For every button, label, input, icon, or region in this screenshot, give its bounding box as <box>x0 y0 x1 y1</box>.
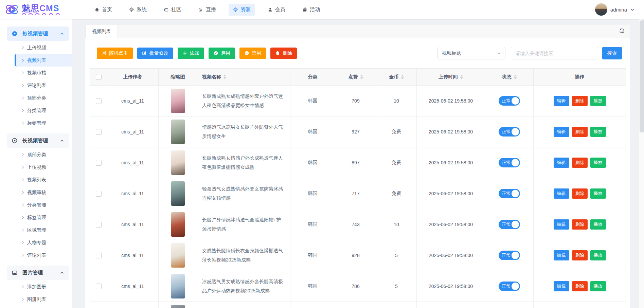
sidebar-item-标签管理[interactable]: 标签管理 <box>0 211 72 224</box>
row-action-播放[interactable]: 播放 <box>590 158 606 168</box>
row-checkbox[interactable] <box>96 284 102 289</box>
select-all-checkbox[interactable] <box>96 74 102 80</box>
nav-item-活动[interactable]: 活动 <box>298 4 324 16</box>
toolbar-button-禁用[interactable]: 禁用 <box>239 48 266 59</box>
sidebar-item-评论列表[interactable]: 评论列表 <box>0 79 72 92</box>
row-action-删除[interactable]: 删除 <box>572 96 588 106</box>
sidebar-section-图片管理[interactable]: 图片管理 <box>7 266 69 280</box>
row-action-编辑[interactable]: 编辑 <box>554 188 569 199</box>
scrollbar-thumb[interactable] <box>640 20 644 132</box>
video-table: 上传作者缩略图视频名称分类点赞金币上传时间状态操作 cms_al_11长腿新成熟… <box>90 68 626 308</box>
sidebar-item-label: 视频列表 <box>27 57 46 64</box>
nav-item-直播[interactable]: 直播 <box>194 4 220 16</box>
nav-item-会员[interactable]: 会员 <box>263 4 290 16</box>
angle-right-icon <box>21 109 25 112</box>
sidebar-item-添加图册[interactable]: 添加图册 <box>0 280 72 293</box>
angle-right-icon <box>21 297 25 301</box>
sidebar-item-视频列表[interactable]: 视频列表 <box>0 174 72 186</box>
cell-video-name: 轻盈透气女成熟情感外套女孩防紫冰感连帽女孩情感 <box>197 178 290 209</box>
status-toggle[interactable]: 正常 <box>499 189 520 198</box>
toolbar-button-批量修改[interactable]: 批量修改 <box>137 48 173 59</box>
sidebar-item-标签管理[interactable]: 标签管理 <box>0 117 72 129</box>
sidebar-item-顶部分类[interactable]: 顶部分类 <box>0 92 72 104</box>
column-header-缩略图: 缩略图 <box>159 69 197 86</box>
row-checkbox[interactable] <box>96 222 102 228</box>
sidebar-item-评论列表[interactable]: 评论列表 <box>0 249 72 261</box>
row-action-删除[interactable]: 删除 <box>572 219 588 230</box>
sidebar-item-上传视频[interactable]: 上传视频 <box>0 41 72 54</box>
page-scrollbar[interactable] <box>638 0 644 308</box>
status-toggle[interactable]: 正常 <box>499 96 520 106</box>
row-action-编辑[interactable]: 编辑 <box>554 281 569 291</box>
row-action-播放[interactable]: 播放 <box>590 127 606 137</box>
search-field-select[interactable]: 视频标题 <box>437 47 505 59</box>
row-action-删除[interactable]: 删除 <box>572 250 588 260</box>
row-action-编辑[interactable]: 编辑 <box>554 158 569 168</box>
cell-category <box>290 302 335 308</box>
row-action-删除[interactable]: 删除 <box>572 281 588 291</box>
sidebar-item-区域管理[interactable]: 区域管理 <box>0 224 72 236</box>
angle-right-icon <box>21 121 25 125</box>
row-action-删除[interactable]: 删除 <box>572 158 588 168</box>
toolbar-button-启用[interactable]: 启用 <box>209 48 235 59</box>
toggle-knob <box>512 128 519 135</box>
search-input[interactable] <box>511 47 598 59</box>
sort-icon[interactable] <box>460 75 463 79</box>
row-checkbox[interactable] <box>96 98 102 104</box>
toolbar-button-添加[interactable]: 添加 <box>178 48 204 59</box>
column-label: 上传作者 <box>123 74 142 79</box>
sidebar-item-视频审核[interactable]: 视频审核 <box>0 67 72 79</box>
row-checkbox[interactable] <box>96 160 102 166</box>
row-action-播放[interactable]: 播放 <box>590 250 606 260</box>
sidebar-item-视频审核[interactable]: 视频审核 <box>0 186 72 199</box>
sort-icon[interactable] <box>514 75 517 79</box>
cell-likes: 927 <box>335 116 376 147</box>
video-thumbnail <box>171 274 185 298</box>
tab-video-list[interactable]: 视频列表 <box>85 25 118 38</box>
row-action-播放[interactable]: 播放 <box>590 281 606 291</box>
play-circle-icon <box>12 31 18 37</box>
row-action-播放[interactable]: 播放 <box>590 96 606 106</box>
toolbar-button-随机点击[interactable]: 随机点击 <box>97 48 133 59</box>
sidebar-section-短视频管理[interactable]: 短视频管理 <box>7 26 69 41</box>
row-action-播放[interactable]: 播放 <box>590 219 606 230</box>
status-toggle[interactable]: 正常 <box>499 158 520 167</box>
sidebar-item-视频列表[interactable]: 视频列表 <box>15 54 72 67</box>
row-checkbox[interactable] <box>96 253 102 258</box>
sidebar-section-长视频管理[interactable]: 长视频管理 <box>7 133 69 148</box>
sort-icon[interactable] <box>223 75 226 79</box>
cell-category: 韩国 <box>290 86 335 116</box>
status-toggle[interactable]: 正常 <box>499 251 520 260</box>
sidebar-item-人物专题[interactable]: 人物专题 <box>0 236 72 249</box>
row-checkbox[interactable] <box>96 191 102 197</box>
status-toggle[interactable]: 正常 <box>499 127 520 137</box>
row-action-编辑[interactable]: 编辑 <box>554 96 569 106</box>
search-button[interactable]: 搜索 <box>602 47 622 59</box>
row-action-删除[interactable]: 删除 <box>572 127 588 137</box>
nav-item-首页[interactable]: 首页 <box>90 4 117 16</box>
sidebar-item-分类管理[interactable]: 分类管理 <box>0 104 72 117</box>
sort-icon[interactable] <box>360 75 363 79</box>
sidebar-item-上传视频[interactable]: 上传视频 <box>0 161 72 174</box>
sort-icon[interactable] <box>401 75 404 79</box>
status-toggle[interactable]: 正常 <box>499 220 520 229</box>
row-checkbox[interactable] <box>96 129 102 135</box>
row-action-删除[interactable]: 删除 <box>572 188 588 199</box>
nav-item-社区[interactable]: 社区 <box>159 4 186 16</box>
status-toggle[interactable]: 正常 <box>499 282 520 291</box>
broadcast-icon <box>198 7 203 12</box>
sidebar-item-分类管理[interactable]: 分类管理 <box>0 199 72 211</box>
sidebar-item-顶部分类[interactable]: 顶部分类 <box>0 148 72 161</box>
row-action-编辑[interactable]: 编辑 <box>554 127 569 137</box>
row-action-编辑[interactable]: 编辑 <box>554 219 569 230</box>
logo-wave-underline <box>22 13 62 15</box>
toolbar-button-删除[interactable]: 删除 <box>270 48 297 59</box>
row-action-播放[interactable]: 播放 <box>590 188 606 199</box>
nav-item-系统[interactable]: 系统 <box>125 4 151 16</box>
row-action-编辑[interactable]: 编辑 <box>554 250 569 260</box>
nav-item-资源[interactable]: 资源 <box>229 4 255 16</box>
user-menu[interactable]: admina <box>595 3 634 16</box>
play-circle-outline-icon <box>12 138 18 144</box>
sidebar-item-图册列表[interactable]: 图册列表 <box>0 293 72 306</box>
refresh-icon[interactable] <box>619 28 625 35</box>
